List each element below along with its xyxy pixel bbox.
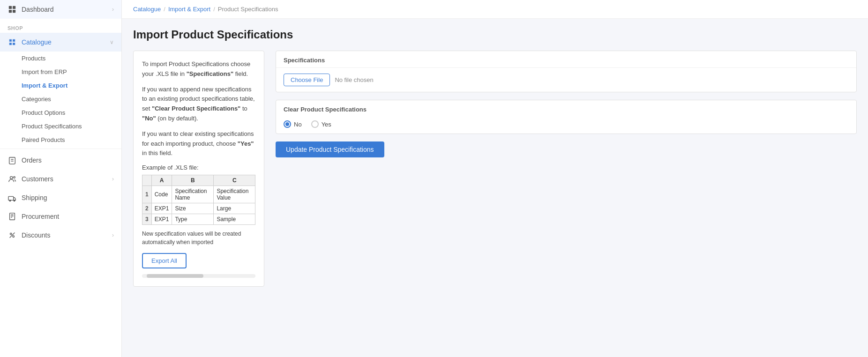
discounts-label: Discounts	[22, 231, 50, 239]
shipping-label: Shipping	[22, 194, 47, 201]
page-title: Import Product Specifications	[133, 28, 857, 41]
dashboard-arrow: ›	[112, 6, 114, 13]
sidebar-item-dashboard[interactable]: Dashboard ›	[0, 0, 121, 19]
customers-arrow: ›	[112, 176, 114, 182]
col-b: B	[172, 175, 214, 186]
catalogue-label: Catalogue	[22, 38, 52, 46]
page-content: Import Product Specifications To import …	[122, 19, 868, 357]
svg-point-16	[10, 233, 12, 235]
table-row: 3 EXP1 Type Sample	[142, 214, 255, 225]
svg-point-11	[14, 200, 15, 201]
svg-rect-4	[9, 157, 15, 164]
sidebar-item-import-export[interactable]: Import & Export	[22, 79, 121, 92]
scrollbar-thumb	[147, 274, 203, 278]
table-row: 1 Code Specification Name Specification …	[142, 186, 255, 203]
shipping-icon	[7, 193, 17, 202]
orders-icon	[7, 156, 17, 165]
svg-rect-9	[8, 196, 14, 200]
info-para-3: If you want to clear existing specificat…	[142, 129, 255, 158]
svg-rect-3	[13, 10, 15, 13]
catalogue-submenu: Products Import from ERP Import & Export…	[0, 52, 121, 147]
breadcrumb-import-export[interactable]: Import & Export	[168, 6, 210, 13]
sidebar-item-shipping[interactable]: Shipping	[0, 188, 121, 207]
col-c: C	[214, 175, 255, 186]
svg-rect-0	[9, 6, 12, 9]
catalogue-arrow: ∨	[110, 39, 114, 45]
sidebar-item-customers[interactable]: Customers ›	[0, 170, 121, 188]
sidebar-item-product-specifications[interactable]: Product Specifications	[22, 119, 121, 133]
customers-icon	[7, 174, 17, 184]
xls-example-table: A B C 1 Code Specification Name Specific…	[142, 175, 255, 225]
clear-spec-field-group: Clear Product Specifications No Yes	[276, 100, 857, 134]
sidebar-item-categories[interactable]: Categories	[22, 92, 121, 106]
svg-rect-1	[13, 6, 15, 9]
customers-label: Customers	[22, 175, 53, 183]
svg-point-8	[14, 177, 15, 178]
breadcrumb-catalogue[interactable]: Catalogue	[133, 6, 161, 13]
discounts-arrow: ›	[112, 232, 114, 238]
col-a: A	[151, 175, 172, 186]
file-input-row: Choose File No file chosen	[284, 74, 849, 86]
radio-row: No Yes	[276, 117, 856, 134]
sidebar-item-procurement[interactable]: Procurement	[0, 207, 121, 226]
example-label: Example of .XLS file:	[142, 164, 255, 171]
breadcrumb: Catalogue / Import & Export / Product Sp…	[122, 0, 868, 19]
discounts-icon	[7, 231, 17, 240]
radio-no-label: No	[294, 121, 302, 128]
no-file-text: No file chosen	[335, 76, 373, 83]
specifications-field-group: Specifications Choose File No file chose…	[276, 51, 857, 92]
table-row: 2 EXP1 Size Large	[142, 203, 255, 214]
export-all-button[interactable]: Export All	[142, 253, 187, 268]
dashboard-label: Dashboard	[22, 6, 54, 13]
sidebar: Dashboard › SHOP Catalogue ∨ Products Im…	[0, 0, 122, 357]
catalogue-icon	[7, 37, 17, 47]
sidebar-item-paired-products[interactable]: Paired Products	[22, 133, 121, 147]
sidebar-item-catalogue[interactable]: Catalogue ∨	[0, 33, 121, 52]
note-text: New specification values will be created…	[142, 230, 255, 246]
clear-spec-label: Clear Product Specifications	[276, 100, 856, 117]
sidebar-item-orders[interactable]: Orders	[0, 151, 121, 170]
specifications-field-body: Choose File No file chosen	[276, 68, 856, 92]
table-wrapper: A B C 1 Code Specification Name Specific…	[142, 175, 255, 230]
breadcrumb-current: Product Specifications	[218, 6, 278, 13]
info-para-2: If you want to append new specifications…	[142, 85, 255, 124]
radio-yes-label: Yes	[322, 121, 331, 128]
sidebar-item-discounts[interactable]: Discounts ›	[0, 226, 121, 245]
svg-rect-12	[10, 213, 15, 220]
specifications-label: Specifications	[276, 51, 856, 68]
dashboard-icon	[7, 5, 17, 14]
radio-no-option[interactable]: No	[284, 120, 302, 128]
content-area: To import Product Specifications choose …	[133, 51, 857, 287]
update-product-specs-button[interactable]: Update Product Specifications	[276, 141, 384, 157]
procurement-label: Procurement	[22, 213, 59, 220]
svg-rect-2	[9, 10, 12, 13]
svg-point-7	[10, 177, 13, 179]
form-panel: Specifications Choose File No file chose…	[276, 51, 857, 287]
choose-file-button[interactable]: Choose File	[284, 74, 330, 86]
shop-label: SHOP	[0, 19, 121, 33]
horizontal-scrollbar[interactable]	[142, 274, 255, 278]
radio-yes-option[interactable]: Yes	[311, 120, 331, 128]
orders-label: Orders	[22, 156, 42, 164]
svg-point-10	[9, 200, 11, 201]
radio-yes-circle	[311, 120, 319, 128]
main-area: Catalogue / Import & Export / Product Sp…	[122, 0, 868, 357]
svg-point-17	[13, 236, 15, 238]
radio-no-circle	[284, 120, 291, 128]
sidebar-item-product-options[interactable]: Product Options	[22, 106, 121, 119]
sidebar-item-products[interactable]: Products	[22, 52, 121, 65]
info-panel: To import Product Specifications choose …	[133, 51, 264, 287]
sidebar-item-import-erp[interactable]: Import from ERP	[22, 65, 121, 79]
procurement-icon	[7, 212, 17, 221]
info-para-1: To import Product Specifications choose …	[142, 60, 255, 79]
